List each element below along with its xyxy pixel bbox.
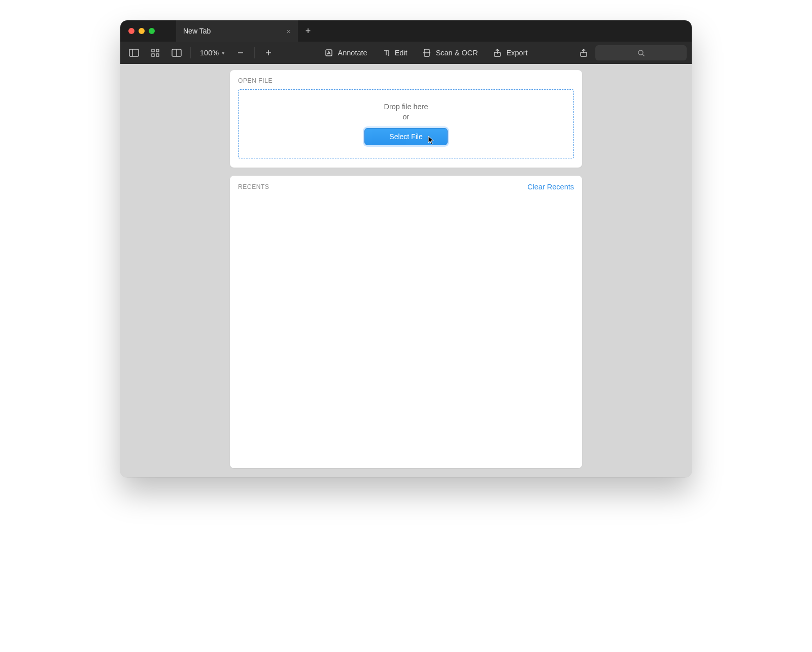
toolbar-separator (190, 47, 191, 58)
clear-recents-button[interactable]: Clear Recents (527, 183, 574, 191)
svg-rect-5 (156, 54, 159, 56)
search-icon (637, 49, 645, 57)
tab-close-button[interactable]: × (286, 27, 291, 36)
tab-title: New Tab (183, 27, 211, 35)
edit-text-icon (383, 49, 390, 57)
scan-icon (423, 48, 431, 57)
window-minimize-button[interactable] (139, 28, 145, 34)
zoom-dropdown[interactable]: 100% ▾ (196, 49, 229, 57)
annotate-button[interactable]: Annotate (319, 46, 374, 60)
annotate-icon (325, 49, 333, 57)
zoom-in-button[interactable] (260, 45, 277, 60)
drop-hint-text: Drop file here (384, 103, 428, 111)
minus-icon (237, 49, 244, 56)
chevron-down-icon: ▾ (222, 50, 225, 56)
edit-button[interactable]: Edit (377, 46, 414, 60)
select-file-label: Select File (389, 133, 422, 141)
toolbar-separator (254, 47, 255, 58)
open-file-title: OPEN FILE (238, 77, 574, 84)
open-file-panel: OPEN FILE Drop file here or Select File (230, 70, 582, 168)
toolbar: 100% ▾ Annotate Edit Scan & OCR (120, 42, 692, 64)
app-window: New Tab × + (120, 20, 692, 477)
new-tab-button[interactable]: + (298, 20, 318, 42)
share-icon (580, 48, 588, 57)
svg-line-18 (642, 54, 645, 56)
sidebar-icon (129, 49, 139, 57)
svg-point-17 (638, 50, 643, 55)
recents-title: RECENTS (238, 183, 269, 190)
zoom-out-button[interactable] (232, 45, 249, 60)
edit-label: Edit (395, 49, 408, 57)
thumbnails-button[interactable] (147, 45, 164, 60)
titlebar: New Tab × + (120, 20, 692, 42)
annotate-label: Annotate (338, 49, 367, 57)
book-open-icon (172, 49, 182, 57)
svg-rect-4 (152, 54, 154, 56)
file-dropzone[interactable]: Drop file here or Select File (238, 89, 574, 158)
window-controls (120, 20, 176, 42)
tab-new[interactable]: New Tab × (176, 20, 298, 42)
sidebar-toggle-button[interactable] (125, 45, 143, 60)
content-area: OPEN FILE Drop file here or Select File … (120, 64, 692, 477)
window-close-button[interactable] (128, 28, 134, 34)
share-button[interactable] (575, 45, 592, 60)
svg-rect-0 (129, 49, 139, 56)
scan-ocr-label: Scan & OCR (436, 49, 478, 57)
zoom-label: 100% (200, 49, 219, 57)
svg-rect-2 (152, 49, 154, 52)
svg-rect-3 (156, 49, 159, 52)
export-button[interactable]: Export (487, 45, 534, 60)
scan-ocr-button[interactable]: Scan & OCR (417, 45, 484, 60)
drop-or-text: or (403, 113, 410, 121)
recents-panel: RECENTS Clear Recents (230, 176, 582, 468)
grid-icon (151, 49, 159, 57)
export-label: Export (506, 49, 528, 57)
export-icon (493, 48, 501, 57)
cursor-icon (428, 136, 435, 145)
search-input[interactable] (595, 45, 687, 60)
plus-icon (265, 49, 272, 56)
window-maximize-button[interactable] (149, 28, 155, 34)
two-page-view-button[interactable] (168, 45, 185, 60)
select-file-button[interactable]: Select File (364, 128, 447, 145)
